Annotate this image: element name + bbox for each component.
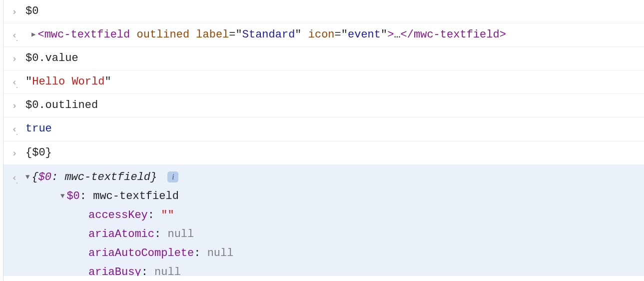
console-output-row[interactable]: ‹ true <box>3 118 644 141</box>
console-input-row[interactable]: › $0.value <box>3 47 644 70</box>
output-icon: ‹ <box>11 28 17 42</box>
console-output-row[interactable]: ‹ "Hello World" <box>3 70 644 94</box>
console-output-expanded: ‹ ▼{$0: mwc-textfield} i ▼$0: mwc-textfi… <box>3 165 644 276</box>
console-panel: › $0 ‹ ▶<mwc-textfield outlined label="S… <box>3 0 644 281</box>
ellipsis[interactable]: … <box>394 28 400 41</box>
element-tag-close: mwc-textfield <box>414 28 500 41</box>
object-property-row[interactable]: ariaAtomic: null <box>3 225 644 244</box>
object-summary-key: $0 <box>38 171 51 184</box>
input-expression: $0.outlined <box>25 99 98 112</box>
output-icon: ‹ <box>11 170 17 185</box>
output-icon: ‹ <box>11 122 17 136</box>
input-expression: $0 <box>25 5 38 18</box>
element-attr-name: outlined <box>136 28 189 41</box>
element-attr-value: event <box>348 28 381 41</box>
element-attr-name: icon <box>308 28 335 41</box>
property-value: null <box>167 228 194 240</box>
object-entry-row[interactable]: ▼$0: mwc-textfield <box>3 187 644 206</box>
object-property-row[interactable]: ariaBusy: null <box>3 263 644 276</box>
object-entry-type: mwc-textfield <box>93 190 179 202</box>
console-input-row[interactable]: › {$0} <box>3 142 644 165</box>
property-key: ariaBusy <box>88 266 141 276</box>
input-expression: {$0} <box>25 146 52 159</box>
info-icon[interactable]: i <box>167 172 178 182</box>
element-attr-value: Standard <box>242 28 295 41</box>
element-summary[interactable]: ▶<mwc-textfield outlined label="Standard… <box>25 26 644 44</box>
prompt-icon: › <box>11 4 17 19</box>
property-value: null <box>207 247 234 260</box>
output-boolean: true <box>25 122 52 135</box>
object-entry-key: $0 <box>66 190 79 202</box>
prompt-icon: › <box>11 146 17 160</box>
property-key: ariaAtomic <box>88 228 154 240</box>
element-tag: mwc-textfield <box>44 28 130 41</box>
object-summary-type: mwc-textfield <box>64 171 150 184</box>
object-property-row[interactable]: accessKey: "" <box>3 206 644 225</box>
object-summary-row[interactable]: ‹ ▼{$0: mwc-textfield} i <box>3 168 644 187</box>
object-property-row[interactable]: ariaAutoComplete: null <box>3 244 644 263</box>
console-input-row[interactable]: › $0.outlined <box>3 94 644 118</box>
prompt-icon: › <box>11 52 17 66</box>
property-value: "" <box>161 209 174 222</box>
console-output-row[interactable]: ‹ ▶<mwc-textfield outlined label="Standa… <box>3 24 644 47</box>
console-input-row[interactable]: › $0 <box>3 0 644 24</box>
expand-icon[interactable]: ▶ <box>31 30 35 40</box>
element-attr-name: label <box>196 28 229 41</box>
collapse-icon[interactable]: ▼ <box>60 191 64 202</box>
property-key: ariaAutoComplete <box>88 247 194 260</box>
input-expression: $0.value <box>25 52 78 64</box>
property-key: accessKey <box>88 209 148 222</box>
collapse-icon[interactable]: ▼ <box>25 172 29 183</box>
output-icon: ‹ <box>11 75 17 90</box>
prompt-icon: › <box>11 98 17 113</box>
output-string: Hello World <box>32 76 104 88</box>
property-value: null <box>154 266 181 276</box>
